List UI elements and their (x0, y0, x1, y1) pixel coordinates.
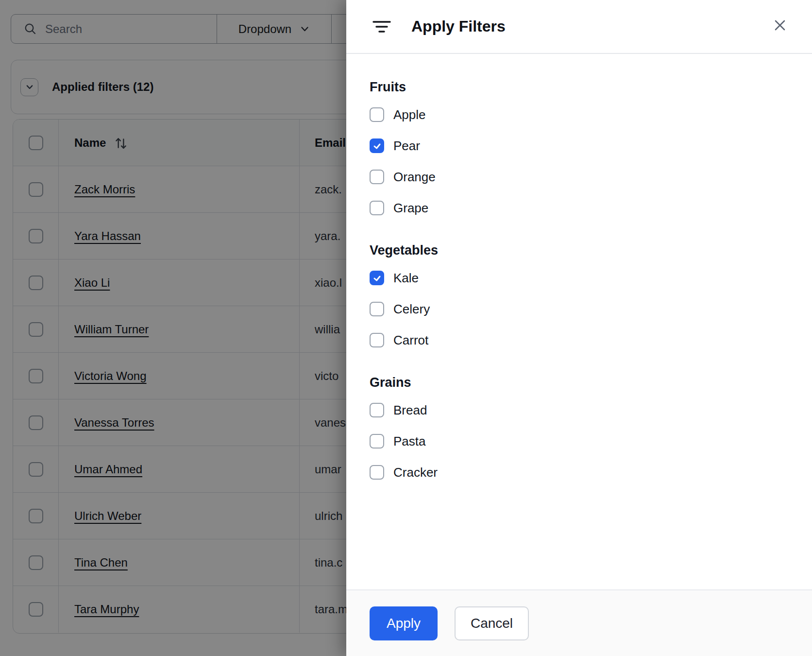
filter-option-label: Grape (393, 201, 428, 216)
filter-option-cracker[interactable]: Cracker (370, 465, 789, 480)
app-root: Search Dropdown Applied filters (12) Nam… (0, 0, 812, 656)
filter-option-pear[interactable]: Pear (370, 138, 789, 153)
section-options-fruits: Apple Pear Orange Grape (370, 107, 789, 215)
filter-option-orange[interactable]: Orange (370, 170, 789, 184)
apply-button[interactable]: Apply (370, 606, 438, 640)
checkbox[interactable] (370, 302, 384, 316)
filter-option-label: Kale (393, 271, 419, 286)
filter-option-celery[interactable]: Celery (370, 302, 789, 316)
checkbox[interactable] (370, 138, 384, 153)
filter-option-label: Pear (393, 138, 420, 154)
apply-filters-panel: Apply Filters Fruits Apple Pear (346, 0, 812, 656)
filter-option-label: Cracker (393, 465, 438, 480)
filter-option-pasta[interactable]: Pasta (370, 434, 789, 449)
section-heading-vegetables: Vegetables (370, 242, 789, 258)
filter-option-apple[interactable]: Apple (370, 107, 789, 122)
filter-option-label: Celery (393, 302, 430, 317)
checkbox[interactable] (370, 107, 384, 122)
filter-option-bread[interactable]: Bread (370, 403, 789, 417)
section-heading-fruits: Fruits (370, 79, 789, 95)
checkbox[interactable] (370, 333, 384, 347)
cancel-button[interactable]: Cancel (455, 606, 529, 640)
filter-option-label: Apple (393, 107, 426, 122)
panel-title: Apply Filters (411, 17, 506, 35)
close-icon (773, 18, 787, 32)
filter-option-label: Carrot (393, 333, 428, 348)
panel-header: Apply Filters (346, 0, 812, 54)
panel-body: Fruits Apple Pear Orange Grape (346, 54, 812, 480)
close-button[interactable] (769, 15, 791, 36)
filter-option-label: Orange (393, 170, 436, 185)
checkbox[interactable] (370, 201, 384, 215)
checkbox[interactable] (370, 170, 384, 184)
filter-icon (372, 17, 391, 36)
panel-footer: Apply Cancel (346, 589, 812, 656)
section-heading-grains: Grains (370, 375, 789, 390)
filter-option-grape[interactable]: Grape (370, 201, 789, 215)
checkbox[interactable] (370, 434, 384, 449)
checkbox[interactable] (370, 465, 384, 480)
checkbox[interactable] (370, 271, 384, 285)
filter-option-label: Bread (393, 403, 427, 418)
filter-option-kale[interactable]: Kale (370, 271, 789, 285)
filter-option-label: Pasta (393, 434, 426, 449)
filter-option-carrot[interactable]: Carrot (370, 333, 789, 347)
section-options-vegetables: Kale Celery Carrot (370, 271, 789, 347)
checkbox[interactable] (370, 403, 384, 417)
section-options-grains: Bread Pasta Cracker (370, 403, 789, 480)
